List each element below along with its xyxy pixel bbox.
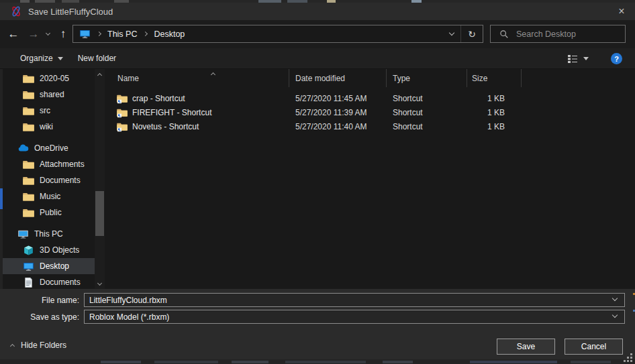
main-content: 2020-05 shared src wiki — [0, 69, 635, 289]
doc-icon — [23, 277, 34, 288]
background-fragment — [571, 361, 611, 363]
scroll-up-button[interactable] — [95, 69, 105, 79]
up-arrow-icon: ↑ — [60, 27, 66, 41]
background-fragment — [470, 361, 557, 363]
new-folder-label: New folder — [78, 54, 116, 63]
column-header-date-modified[interactable]: Date modified — [289, 69, 387, 87]
save-form: File name: LittleFluffyCloud.rbxm Save a… — [0, 289, 635, 333]
sidebar-scrollbar[interactable] — [95, 69, 105, 289]
navigation-pane: 2020-05 shared src wiki — [3, 69, 95, 289]
hide-folders-button[interactable]: Hide Folders — [11, 341, 66, 350]
save-as-type-label: Save as type: — [0, 312, 84, 322]
chevron-down-icon — [612, 296, 618, 301]
file-name-combobox[interactable]: LittleFluffyCloud.rbxm — [84, 293, 625, 307]
column-header-name[interactable]: Name — [105, 69, 289, 87]
forward-arrow-icon: → — [28, 27, 40, 41]
close-button[interactable]: × — [608, 3, 635, 20]
chevron-up-icon — [10, 344, 15, 349]
sidebar-item-shared[interactable]: shared — [3, 86, 95, 103]
save-dialog: Save LittleFluffyCloud × ← → ↑ This PC D… — [0, 0, 635, 364]
save-as-type-combobox[interactable]: Roblox Model (*.rbxm) — [84, 310, 625, 324]
chevron-down-icon — [612, 312, 618, 318]
sidebar-item-label: shared — [40, 90, 64, 99]
file-row[interactable]: Novetus - Shortcut 5/27/2020 11:40 AM Sh… — [105, 119, 635, 133]
sidebar-item-documents[interactable]: Documents — [3, 172, 95, 188]
breadcrumb-desktop[interactable]: Desktop — [154, 29, 185, 39]
folder-icon — [23, 73, 34, 84]
folder-icon — [23, 175, 34, 186]
sidebar-item-label: Attachments — [40, 160, 85, 169]
file-name-label: File name: — [0, 296, 84, 305]
search-box[interactable]: Search Desktop — [490, 25, 626, 43]
file-list: Name Date modified Type Size crap - Shor… — [105, 69, 635, 289]
view-mode-button[interactable] — [567, 48, 582, 69]
refresh-button[interactable]: ↻ — [460, 25, 483, 42]
search-placeholder: Search Desktop — [516, 29, 576, 39]
background-fragment — [383, 361, 413, 363]
sidebar-item-3d-objects[interactable]: 3D Objects — [3, 242, 95, 258]
scroll-down-button[interactable] — [95, 279, 105, 289]
file-row[interactable]: FIREFIGHT - Shortcut 5/27/2020 11:39 AM … — [105, 105, 635, 119]
back-button[interactable]: ← — [4, 20, 23, 48]
sidebar-item-label: Public — [40, 208, 62, 217]
column-header-size[interactable]: Size — [467, 69, 522, 87]
folder-icon — [23, 105, 34, 117]
folder-icon — [23, 191, 34, 202]
file-name: crap - Shortcut — [132, 94, 185, 103]
sidebar-item-wiki[interactable]: wiki — [3, 119, 95, 135]
breadcrumb-chevron-icon — [143, 32, 148, 36]
sidebar-item-onedrive[interactable]: OneDrive — [3, 140, 95, 156]
file-rows: crap - Shortcut 5/27/2020 11:45 AM Short… — [105, 91, 635, 133]
file-row[interactable]: crap - Shortcut 5/27/2020 11:45 AM Short… — [105, 91, 635, 105]
sidebar-item-2020-05[interactable]: 2020-05 — [3, 70, 95, 86]
novetus-app-icon — [10, 5, 22, 17]
sidebar-item-desktop[interactable]: Desktop — [3, 258, 95, 274]
address-bar[interactable]: This PC Desktop ↻ — [72, 25, 483, 43]
help-icon: ? — [611, 53, 622, 64]
sidebar-item-documents[interactable]: Documents — [3, 274, 95, 289]
address-dropdown-button[interactable] — [443, 25, 460, 42]
chevron-down-icon — [449, 30, 454, 36]
caret-down-icon — [58, 57, 63, 60]
breadcrumb-this-pc[interactable]: This PC — [107, 29, 137, 39]
sidebar-item-attachments[interactable]: Attachments — [3, 156, 95, 172]
new-folder-button[interactable]: New folder — [78, 54, 116, 63]
column-header-type[interactable]: Type — [387, 69, 467, 87]
file-date-modified: 5/27/2020 11:40 AM — [289, 122, 387, 131]
file-size: 1 KB — [467, 122, 522, 131]
sidebar-item-public[interactable]: Public — [3, 204, 95, 221]
file-list-header: Name Date modified Type Size — [105, 69, 635, 87]
hide-folders-label: Hide Folders — [21, 341, 66, 350]
command-toolbar: Organize New folder ? — [0, 48, 635, 69]
forward-button[interactable]: → — [24, 20, 43, 48]
titlebar: Save LittleFluffyCloud × — [0, 3, 635, 20]
recent-locations-button[interactable] — [42, 20, 54, 48]
view-mode-dropdown[interactable] — [583, 48, 595, 69]
save-button[interactable]: Save — [497, 339, 555, 355]
background-fragment — [232, 361, 268, 363]
pc-icon — [17, 229, 29, 240]
chevron-down-icon — [45, 31, 50, 36]
sidebar-item-label: OneDrive — [34, 143, 68, 153]
close-icon: × — [618, 5, 624, 17]
file-name: Novetus - Shortcut — [132, 122, 199, 131]
sidebar-item-label: src — [40, 106, 50, 115]
cancel-button[interactable]: Cancel — [565, 339, 623, 355]
dialog-footer: Hide Folders Save Cancel — [0, 333, 635, 359]
search-icon — [499, 29, 509, 39]
file-type: Shortcut — [387, 94, 467, 103]
scroll-thumb[interactable] — [95, 191, 104, 236]
sidebar-item-this-pc[interactable]: This PC — [3, 226, 95, 242]
up-button[interactable]: ↑ — [54, 20, 72, 48]
desktop-icon — [23, 261, 34, 272]
sidebar-item-music[interactable]: Music — [3, 188, 95, 204]
details-view-icon — [567, 54, 578, 64]
background-fragment — [285, 361, 366, 363]
file-date-modified: 5/27/2020 11:39 AM — [289, 108, 387, 117]
file-type: Shortcut — [387, 108, 467, 117]
organize-button[interactable]: Organize — [20, 54, 63, 63]
help-button[interactable]: ? — [611, 48, 622, 69]
folder-icon — [23, 159, 34, 170]
sidebar-item-src[interactable]: src — [3, 103, 95, 119]
sidebar-item-label: This PC — [34, 229, 63, 239]
